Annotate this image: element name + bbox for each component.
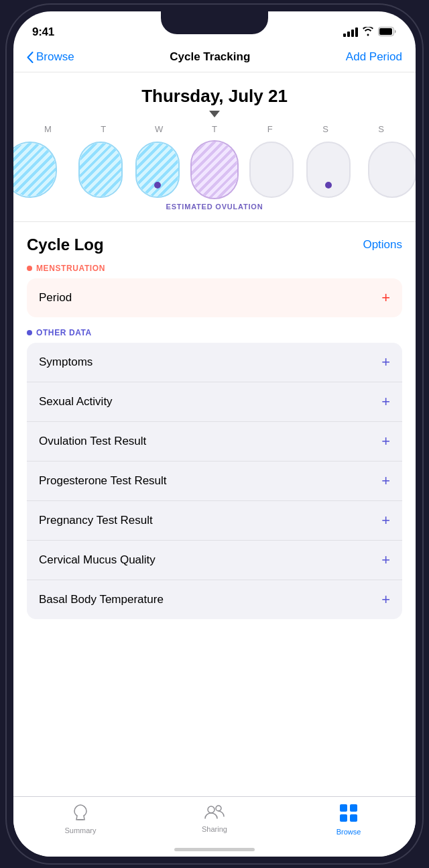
status-time: 9:41 [32, 25, 54, 39]
svg-point-2 [208, 806, 214, 813]
pregnancy-test-add-button[interactable]: + [381, 512, 390, 529]
browse-icon [339, 804, 358, 825]
day-bubble-tue[interactable] [73, 140, 127, 200]
sexual-activity-label: Sexual Activity [39, 395, 113, 409]
date-title: Thursday, July 21 [27, 86, 402, 107]
cervical-mucus-add-button[interactable]: + [381, 551, 390, 569]
nav-title: Cycle Tracking [170, 50, 250, 64]
basal-body-temp-item[interactable]: Basal Body Temperature + [27, 580, 402, 619]
symptoms-add-button[interactable]: + [381, 354, 390, 371]
symptoms-item[interactable]: Symptoms + [27, 343, 402, 382]
day-label-sun: S [353, 124, 409, 134]
wifi-icon [362, 27, 374, 38]
options-button[interactable]: Options [363, 238, 402, 252]
section-header: Cycle Log Options [27, 235, 402, 254]
ovulation-test-add-button[interactable]: + [381, 433, 390, 450]
notch [161, 11, 268, 34]
other-data-list: Symptoms + Sexual Activity + Ovulation T… [27, 343, 402, 619]
day-bubble-mon[interactable] [16, 140, 70, 200]
day-label-fri: F [242, 124, 298, 134]
cycle-dot-sat [325, 182, 332, 188]
menstruation-label: MENSTRUATION [36, 264, 105, 273]
day-label-thu: T [187, 124, 243, 134]
progesterone-test-add-button[interactable]: + [381, 472, 390, 490]
day-labels: M T W T F S S [13, 124, 416, 134]
sharing-label: Sharing [202, 825, 227, 833]
svg-rect-7 [350, 814, 357, 822]
browse-label: Browse [336, 828, 361, 836]
add-period-button[interactable]: Add Period [346, 50, 402, 64]
day-bubble-wed[interactable] [130, 140, 184, 200]
period-add-button[interactable]: + [381, 289, 390, 307]
date-arrow [27, 111, 402, 117]
svg-rect-4 [340, 804, 347, 812]
back-label: Browse [36, 50, 74, 64]
other-data-label: OTHER DATA [36, 328, 92, 337]
menstruation-list: Period + [27, 278, 402, 317]
svg-point-3 [216, 806, 221, 811]
svg-rect-1 [379, 28, 392, 35]
day-bubbles [13, 140, 416, 200]
day-label-wed: W [131, 124, 187, 134]
tab-browse[interactable]: Browse [282, 804, 416, 836]
day-bubble-fri[interactable] [245, 140, 299, 200]
triangle-icon [209, 111, 220, 117]
day-label-mon: M [20, 124, 76, 134]
scroll-content: Thursday, July 21 M T W T F S S [13, 72, 416, 789]
ovulation-label: ESTIMATED OVULATION [13, 203, 416, 211]
menstruation-category: MENSTRUATION [27, 264, 402, 273]
sexual-activity-item[interactable]: Sexual Activity + [27, 382, 402, 422]
back-button[interactable]: Browse [27, 50, 74, 64]
sexual-activity-add-button[interactable]: + [381, 393, 390, 411]
phone-frame: 9:41 [13, 11, 416, 857]
ovulation-test-label: Ovulation Test Result [39, 435, 146, 448]
day-label-tue: T [76, 124, 131, 134]
date-header: Thursday, July 21 [13, 72, 416, 124]
menstruation-dot [27, 266, 32, 271]
basal-body-temp-add-button[interactable]: + [381, 591, 390, 608]
pregnancy-test-item[interactable]: Pregnancy Test Result + [27, 501, 402, 541]
nav-bar: Browse Cycle Tracking Add Period [13, 45, 416, 72]
svg-rect-6 [340, 814, 347, 822]
progesterone-test-label: Progesterone Test Result [39, 474, 167, 488]
summary-label: Summary [64, 826, 96, 834]
other-data-dot [27, 330, 32, 335]
tab-sharing[interactable]: Sharing [147, 804, 282, 833]
symptoms-label: Symptoms [39, 356, 93, 369]
day-bubble-sat[interactable] [302, 140, 356, 200]
battery-icon [378, 27, 397, 38]
ovulation-test-item[interactable]: Ovulation Test Result + [27, 422, 402, 462]
day-label-sat: S [298, 124, 353, 134]
tab-summary[interactable]: Summary [13, 804, 147, 834]
cycle-log-title: Cycle Log [27, 235, 104, 254]
summary-icon [71, 804, 90, 824]
calendar-strip: M T W T F S S [13, 124, 416, 222]
period-label: Period [39, 291, 72, 305]
day-bubble-thu[interactable] [187, 140, 241, 200]
progesterone-test-item[interactable]: Progesterone Test Result + [27, 462, 402, 501]
other-data-category: OTHER DATA [27, 328, 402, 337]
cervical-mucus-label: Cervical Mucus Quality [39, 553, 156, 567]
cycle-log-section: Cycle Log Options MENSTRUATION Period + … [13, 222, 416, 619]
signal-icon [343, 28, 358, 37]
basal-body-temp-label: Basal Body Temperature [39, 593, 164, 606]
day-bubble-sun[interactable] [359, 140, 413, 200]
home-indicator [174, 848, 255, 851]
svg-rect-5 [350, 804, 357, 812]
status-icons [343, 27, 397, 38]
cycle-dot-wed [154, 182, 161, 188]
sharing-icon [204, 804, 225, 822]
cervical-mucus-item[interactable]: Cervical Mucus Quality + [27, 541, 402, 580]
pregnancy-test-label: Pregnancy Test Result [39, 514, 153, 527]
period-item[interactable]: Period + [27, 278, 402, 317]
